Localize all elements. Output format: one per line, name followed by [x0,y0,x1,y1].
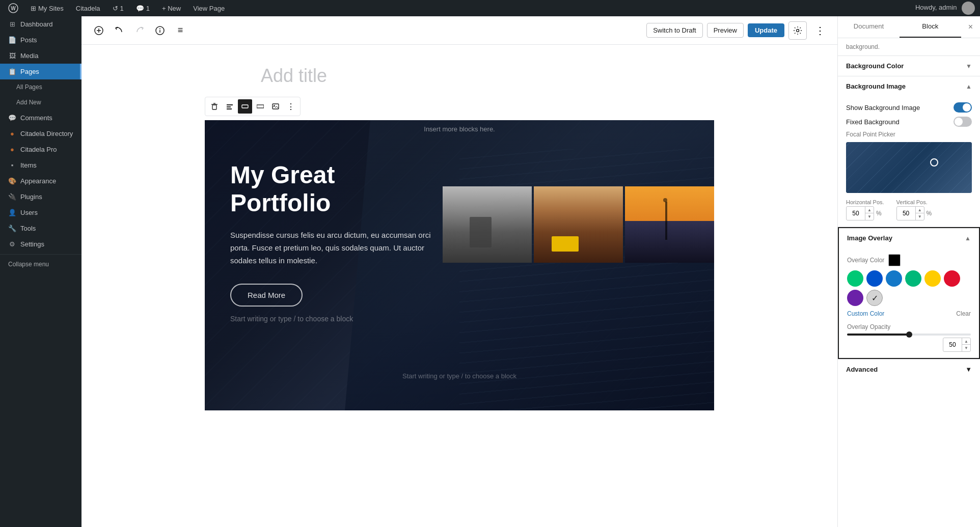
comments-sidebar-icon: 💬 [8,114,16,122]
opacity-down[interactable]: ▼ [962,345,970,351]
more-options-button[interactable]: ⋮ [811,21,829,40]
swatch-gray-selected[interactable] [866,290,883,306]
spinner-item: ↺ 1 [110,0,127,16]
toolbar-right: Switch to Draft Preview Update ⋮ [646,21,829,40]
update-button[interactable]: Update [748,23,784,37]
v-pos-down[interactable]: ▼ [916,213,924,220]
delete-block-button[interactable] [207,99,222,114]
swatch-purple[interactable] [847,290,863,306]
spinner-icon: ↺ [113,5,118,12]
cover-body[interactable]: Suspendisse cursus felis eu arcu dictum,… [230,229,434,267]
fixed-bg-toggle[interactable] [954,117,972,127]
swatch-yellow[interactable] [924,270,941,287]
page-title[interactable]: Add title [261,65,658,87]
align-left-button[interactable] [223,99,237,114]
citadela-item[interactable]: Citadela [73,0,103,16]
image-overlay-header[interactable]: Image Overlay ▲ [839,228,979,248]
swatch-blue[interactable] [886,270,902,287]
clear-link[interactable]: Clear [956,310,971,317]
comments-item[interactable]: 💬 1 [133,0,153,16]
sidebar-item-add-new[interactable]: Add New [0,95,81,110]
more-block-options[interactable]: ⋮ [284,99,298,114]
sidebar-item-media[interactable]: 🖼 Media [0,48,81,64]
slider-thumb[interactable] [906,331,912,338]
tools-button[interactable]: ≡ [171,21,189,40]
cover-start-writing[interactable]: Start writing or type / to choose a bloc… [230,315,689,323]
opacity-slider[interactable] [847,334,971,336]
sidebar-item-tools[interactable]: 🔧 Tools [0,220,81,236]
swatch-teal[interactable] [905,270,921,287]
switch-draft-button[interactable]: Switch to Draft [646,23,703,38]
advanced-chevron: ▼ [965,366,972,373]
opacity-input[interactable] [943,341,962,348]
focal-point-preview[interactable] [846,142,972,193]
wide-width-button[interactable] [253,99,267,114]
v-pos-input[interactable] [897,210,915,217]
add-new-label: Add New [16,99,41,106]
sidebar-item-citadela-pro[interactable]: ● Citadela Pro [0,142,81,157]
block-toolbar: ⋮ [205,97,301,116]
sidebar-item-pages[interactable]: 📋 Pages [0,64,81,79]
trash-icon [211,103,218,110]
sidebar-label-pages: Pages [20,68,39,75]
view-page-item[interactable]: View Page [190,0,228,16]
sidebar-item-dashboard[interactable]: ⊞ Dashboard [0,16,81,32]
sidebar-item-plugins[interactable]: 🔌 Plugins [0,189,81,205]
overlay-color-swatch[interactable] [888,254,901,266]
sidebar-item-citadela-directory[interactable]: ● Citadela Directory [0,126,81,142]
bg-color-chevron: ▼ [966,63,972,70]
h-pos-down[interactable]: ▼ [865,213,874,220]
bg-color-header[interactable]: Background Color ▼ [838,56,980,76]
swatch-red[interactable] [944,270,960,287]
opacity-row: Overlay Opacity ▲ ▼ [847,323,971,352]
sidebar-label-dashboard: Dashboard [20,20,53,28]
h-pos-up[interactable]: ▲ [865,207,874,213]
svg-rect-14 [227,108,232,109]
cover-block[interactable]: Insert more blocks here. [205,120,714,410]
undo-button[interactable] [110,21,128,40]
sidebar-item-items[interactable]: ▪ Items [0,157,81,173]
cover-title[interactable]: My Great Portfolio [230,161,434,217]
sidebar-item-users[interactable]: 👤 Users [0,205,81,220]
sidebar-item-comments[interactable]: 💬 Comments [0,110,81,126]
tab-document[interactable]: Document [838,16,900,38]
full-width-button[interactable] [238,99,252,114]
sidebar-item-all-pages[interactable]: All Pages [0,79,81,95]
sidebar-item-posts[interactable]: 📄 Posts [0,32,81,48]
swatch-green[interactable] [847,270,863,287]
undo-icon [115,26,124,35]
new-item[interactable]: + New [159,0,184,16]
sidebar: ⊞ Dashboard 📄 Posts 🖼 Media 📋 Pages All … [0,16,81,527]
advanced-section[interactable]: Advanced ▼ [838,359,980,379]
tab-block[interactable]: Block [900,16,961,38]
wp-logo-item[interactable]: W [5,0,21,16]
sidebar-item-settings[interactable]: ⚙ Settings [0,236,81,252]
image-icon [272,103,279,110]
color-swatches [847,270,971,306]
focal-point-dot[interactable] [930,158,938,167]
media-button[interactable] [268,99,283,114]
editor-toolbar: ≡ Switch to Draft Preview Update ⋮ [81,16,837,45]
appearance-icon: 🎨 [8,177,16,185]
panel-close-button[interactable]: × [961,16,980,38]
info-button[interactable] [151,21,169,40]
h-pos-input[interactable] [847,210,865,217]
read-more-button[interactable]: Read More [230,284,303,307]
sidebar-label-media: Media [20,52,38,60]
swatch-dark-blue[interactable] [866,270,883,287]
show-bg-image-toggle[interactable] [954,102,972,113]
add-block-button[interactable] [90,21,108,40]
collapse-menu[interactable]: Collapse menu [0,257,81,272]
v-pos-up[interactable]: ▲ [916,207,924,213]
svg-rect-9 [212,105,216,109]
my-sites-item[interactable]: ⊞ My Sites [28,0,67,16]
sidebar-item-appearance[interactable]: 🎨 Appearance [0,173,81,189]
focal-point-bg [846,142,972,193]
opacity-up[interactable]: ▲ [962,338,970,345]
preview-button[interactable]: Preview [707,23,744,38]
bg-image-header[interactable]: Background Image ▲ [838,76,980,96]
redo-button[interactable] [130,21,149,40]
svg-rect-16 [257,105,264,108]
custom-color-link[interactable]: Custom Color [847,310,884,317]
settings-button[interactable] [788,21,807,40]
